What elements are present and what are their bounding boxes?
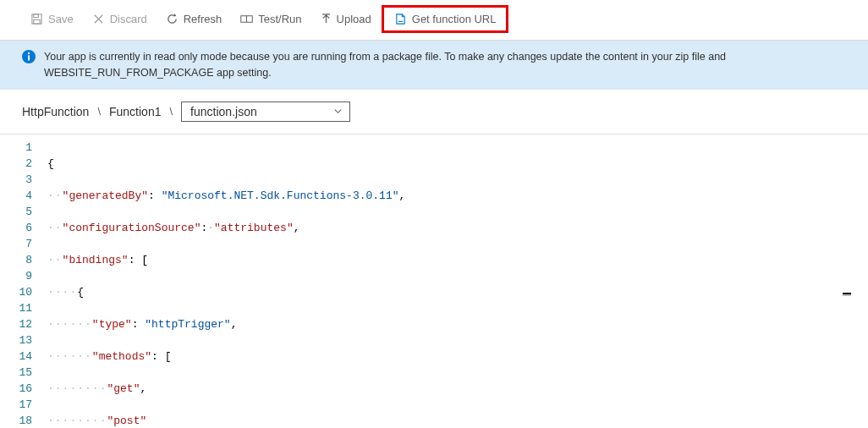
file-dropdown[interactable]: function.json	[181, 102, 350, 122]
line-number: 16	[0, 381, 32, 397]
line-number: 7	[0, 236, 32, 252]
line-number: 5	[0, 204, 32, 220]
svg-point-12	[28, 52, 30, 54]
save-label: Save	[48, 13, 74, 25]
line-number: 13	[0, 332, 32, 348]
info-icon	[22, 50, 36, 63]
svg-rect-11	[28, 56, 30, 61]
line-number: 14	[0, 348, 32, 365]
get-function-url-button[interactable]: Get function URL	[386, 9, 505, 29]
test-label: Test/Run	[258, 13, 301, 25]
get-url-icon	[394, 13, 407, 25]
code-content[interactable]: { ··"generatedBy": "Microsoft.NET.Sdk.Fu…	[47, 140, 868, 429]
line-number: 2	[0, 156, 32, 172]
save-icon	[30, 13, 43, 25]
refresh-icon	[166, 13, 179, 25]
code-editor[interactable]: 1 2 3 4 5 6 7 8 9 10 11 12 13 14 15 16 1…	[0, 134, 868, 429]
line-gutter: 1 2 3 4 5 6 7 8 9 10 11 12 13 14 15 16 1…	[0, 140, 47, 429]
line-number: 17	[0, 397, 32, 413]
discard-label: Discard	[110, 13, 147, 25]
line-number: 6	[0, 220, 32, 236]
test-icon	[240, 13, 253, 25]
breadcrumb-sep: \	[97, 105, 101, 118]
line-number: 3	[0, 172, 32, 188]
line-number: 11	[0, 300, 32, 316]
svg-rect-2	[34, 19, 41, 24]
info-text: Your app is currently in read only mode …	[44, 49, 856, 81]
breadcrumb-func[interactable]: Function1	[109, 105, 161, 118]
upload-icon	[321, 14, 332, 25]
chevron-down-icon	[333, 107, 343, 116]
line-number: 8	[0, 252, 32, 268]
line-number: 4	[0, 188, 32, 204]
line-number: 1	[0, 140, 32, 156]
svg-rect-1	[34, 14, 39, 18]
info-banner: Your app is currently in read only mode …	[0, 41, 868, 90]
line-number: 18	[0, 413, 32, 429]
upload-label: Upload	[337, 13, 371, 25]
discard-button[interactable]: Discard	[84, 9, 156, 29]
file-dropdown-value: function.json	[190, 105, 257, 118]
toolbar: Save Discard Refresh Test/Run Upload Get…	[0, 0, 868, 41]
line-number: 10	[0, 284, 32, 300]
scrollbar-marker	[843, 293, 851, 296]
get-url-label: Get function URL	[412, 13, 497, 25]
save-button[interactable]: Save	[22, 9, 82, 29]
refresh-label: Refresh	[184, 13, 222, 25]
line-number: 9	[0, 268, 32, 284]
breadcrumb-root[interactable]: HttpFunction	[22, 105, 89, 118]
line-number: 15	[0, 365, 32, 381]
refresh-button[interactable]: Refresh	[157, 9, 231, 29]
test-run-button[interactable]: Test/Run	[232, 9, 310, 29]
breadcrumb-sep: \	[169, 105, 173, 118]
highlighted-action: Get function URL	[382, 5, 509, 33]
close-icon	[92, 13, 105, 25]
line-number: 12	[0, 316, 32, 332]
upload-button[interactable]: Upload	[312, 9, 380, 29]
breadcrumb: HttpFunction \ Function1 \ function.json	[0, 90, 868, 134]
